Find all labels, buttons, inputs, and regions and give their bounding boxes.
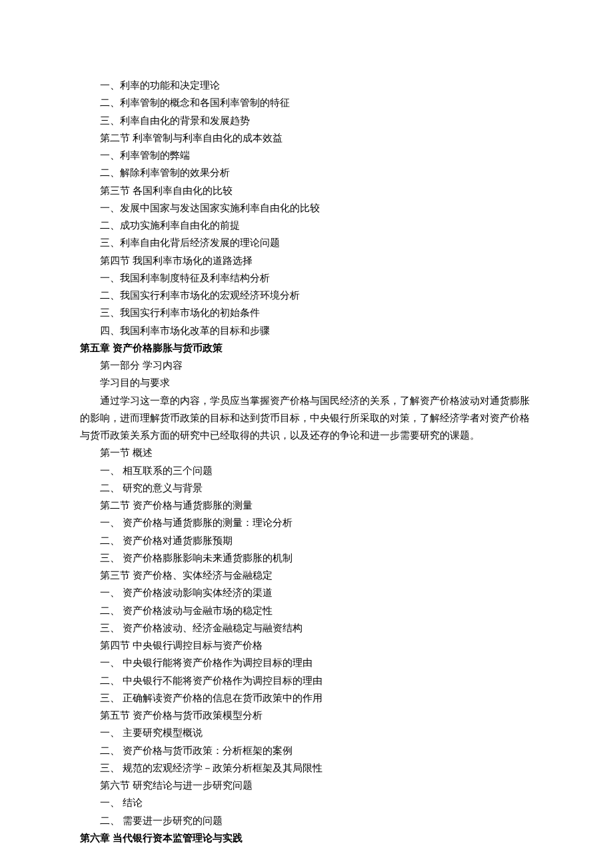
text-line: 通过学习这一章的内容，学员应当掌握资产价格与国民经济的关系，了解资产价格波动对通… xyxy=(80,392,533,445)
text-line: 第一部分 学习内容 xyxy=(80,357,533,374)
text-line: 二、 中央银行不能将资产价格作为调控目标的理由 xyxy=(80,672,533,689)
text-line: 一、 资产价格波动影响实体经济的渠道 xyxy=(80,584,533,601)
document-body: 一、利率的功能和决定理论二、利率管制的概念和各国利率管制的特征三、利率自由化的背… xyxy=(80,77,533,847)
text-line: 二、 资产价格对通货膨胀预期 xyxy=(80,532,533,549)
text-line: 一、 中央银行能将资产价格作为调控目标的理由 xyxy=(80,654,533,671)
text-line: 第三节 各国利率自由化的比较 xyxy=(80,182,533,199)
text-line: 二、 需要进一步研究的问题 xyxy=(80,812,533,829)
text-line: 三、 资产价格膨胀影响未来通货膨胀的机制 xyxy=(80,549,533,567)
text-line: 二、 资产价格波动与金融市场的稳定性 xyxy=(80,602,533,619)
text-line: 第四节 中央银行调控目标与资产价格 xyxy=(80,637,533,654)
text-line: 第四节 我国利率市场化的道路选择 xyxy=(80,252,533,269)
text-line: 一、 结论 xyxy=(80,794,533,811)
text-line: 第五节 资产价格与货币政策模型分析 xyxy=(80,707,533,724)
text-line: 二、 资产价格与货币政策：分析框架的案例 xyxy=(80,742,533,759)
text-line: 第六章 当代银行资本监管理论与实践 xyxy=(80,829,533,847)
text-line: 一、 主要研究模型概说 xyxy=(80,724,533,741)
text-line: 二、我国实行利率市场化的宏观经济环境分析 xyxy=(80,287,533,304)
text-line: 一、 资产价格与通货膨胀的测量：理论分析 xyxy=(80,514,533,531)
text-line: 一、我国利率制度特征及利率结构分析 xyxy=(80,269,533,287)
text-line: 四、我国利率市场化改革的目标和步骤 xyxy=(80,322,533,339)
text-line: 学习目的与要求 xyxy=(80,374,533,391)
text-line: 三、 资产价格波动、经济金融稳定与融资结构 xyxy=(80,619,533,637)
text-line: 二、 研究的意义与背景 xyxy=(80,479,533,497)
text-line: 第三节 资产价格、实体经济与金融稳定 xyxy=(80,567,533,584)
text-line: 第六节 研究结论与进一步研究问题 xyxy=(80,777,533,794)
text-line: 一、利率的功能和决定理论 xyxy=(80,77,533,94)
text-line: 二、利率管制的概念和各国利率管制的特征 xyxy=(80,94,533,111)
text-line: 第五章 资产价格膨胀与货币政策 xyxy=(80,339,533,357)
text-line: 第一节 概述 xyxy=(80,444,533,461)
text-line: 一、 相互联系的三个问题 xyxy=(80,462,533,479)
text-line: 三、 正确解读资产价格的信息在货币政策中的作用 xyxy=(80,689,533,707)
text-line: 二、成功实施利率自由化的前提 xyxy=(80,217,533,234)
text-line: 三、 规范的宏观经济学－政策分析框架及其局限性 xyxy=(80,759,533,777)
text-line: 一、发展中国家与发达国家实施利率自由化的比较 xyxy=(80,199,533,217)
text-line: 第二节 资产价格与通货膨胀的测量 xyxy=(80,497,533,514)
text-line: 第二节 利率管制与利率自由化的成本效益 xyxy=(80,129,533,147)
text-line: 三、我国实行利率市场化的初始条件 xyxy=(80,304,533,321)
text-line: 一、利率管制的弊端 xyxy=(80,147,533,164)
text-line: 二、解除利率管制的效果分析 xyxy=(80,164,533,181)
text-line: 三、利率自由化的背景和发展趋势 xyxy=(80,112,533,129)
text-line: 三、利率自由化背后经济发展的理论问题 xyxy=(80,234,533,251)
